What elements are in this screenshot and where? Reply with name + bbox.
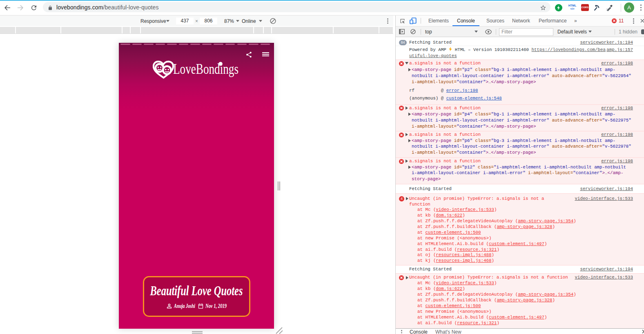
svg-text:LoveBondings: LoveBondings bbox=[173, 61, 238, 77]
svg-text:Anuja Joshi: Anuja Joshi bbox=[174, 303, 195, 309]
svg-text:Beautiful Love Quotes: Beautiful Love Quotes bbox=[150, 283, 243, 298]
svg-text:Nov 1, 2019: Nov 1, 2019 bbox=[205, 303, 227, 309]
